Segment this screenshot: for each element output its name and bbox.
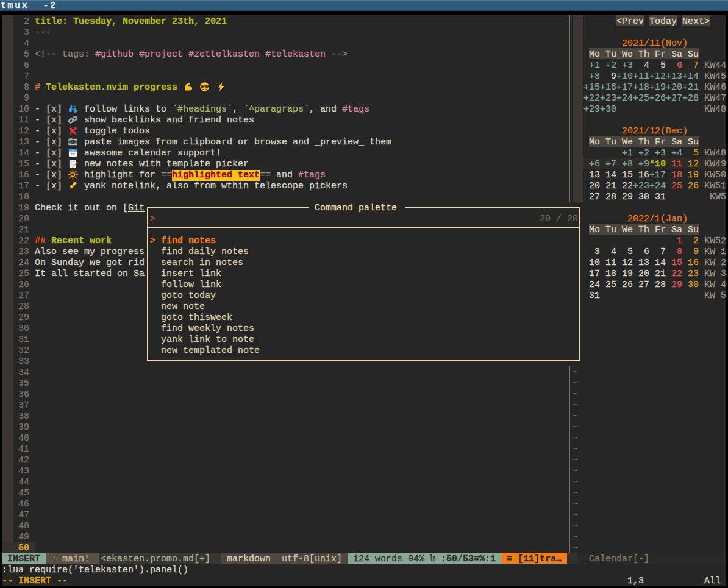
svg-text:17: 17 (71, 152, 75, 156)
